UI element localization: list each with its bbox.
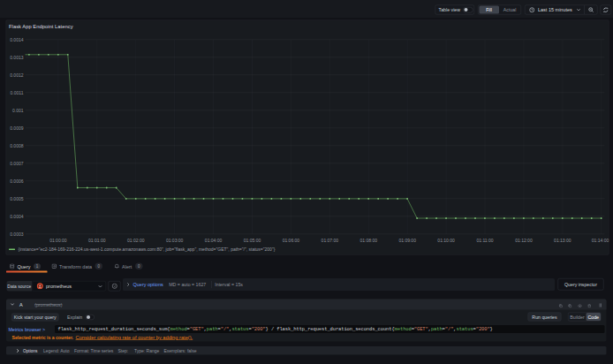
- svg-text:01:01:00: 01:01:00: [88, 238, 106, 243]
- svg-text:01:09:00: 01:09:00: [398, 238, 416, 243]
- svg-text:01:08:00: 01:08:00: [360, 238, 378, 243]
- svg-text:0.0013: 0.0013: [10, 55, 24, 60]
- svg-text:01:02:00: 01:02:00: [127, 238, 145, 243]
- svg-text:0.0004: 0.0004: [10, 214, 24, 219]
- svg-text:01:04:00: 01:04:00: [205, 238, 223, 243]
- svg-text:0.0007: 0.0007: [10, 161, 24, 166]
- svg-text:01:06:00: 01:06:00: [283, 238, 300, 243]
- svg-text:0.0006: 0.0006: [10, 178, 24, 184]
- svg-text:0.0009: 0.0009: [10, 125, 24, 131]
- svg-text:01:07:00: 01:07:00: [322, 238, 339, 243]
- svg-text:01:03:00: 01:03:00: [166, 238, 184, 243]
- svg-text:0.0012: 0.0012: [10, 72, 24, 78]
- svg-text:01:13:00: 01:13:00: [554, 238, 571, 243]
- svg-text:0.0005: 0.0005: [10, 196, 24, 201]
- svg-text:01:00:00: 01:00:00: [49, 238, 67, 243]
- svg-text:0.0011: 0.0011: [11, 90, 24, 95]
- svg-text:0.0014: 0.0014: [10, 37, 24, 42]
- svg-text:0.0008: 0.0008: [10, 143, 24, 148]
- svg-text:0.0003: 0.0003: [10, 231, 24, 237]
- svg-text:01:14:00: 01:14:00: [592, 238, 609, 243]
- svg-text:01:10:00: 01:10:00: [437, 238, 455, 243]
- svg-text:01:05:00: 01:05:00: [244, 238, 261, 243]
- svg-text:01:11:00: 01:11:00: [476, 238, 493, 243]
- svg-text:0.001: 0.001: [12, 108, 24, 113]
- svg-text:01:12:00: 01:12:00: [515, 238, 533, 243]
